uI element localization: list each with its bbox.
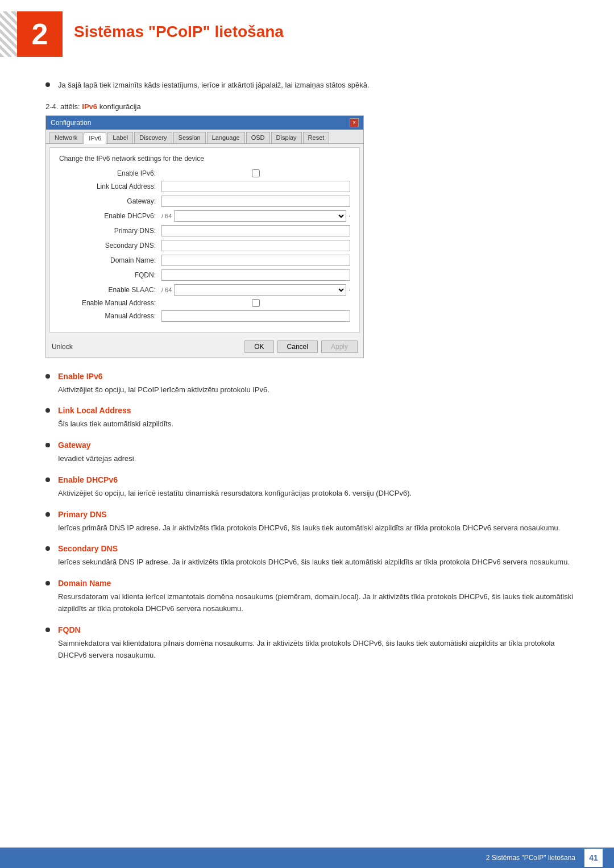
label-manual-address: Manual Address: (59, 312, 161, 320)
label-dhcpv6: Enable DHCPv6: (59, 212, 161, 220)
desc-dhcpv6: Aktivizējiet šo opciju, lai ierīcē iesta… (58, 488, 412, 500)
section-bullet (45, 374, 50, 379)
form-row-gateway: Gateway: (59, 196, 350, 207)
heading-gateway: Gateway (58, 441, 136, 450)
unlock-button[interactable]: Unlock (52, 343, 73, 351)
desc-gateway: Ievadiet vārtejas adresi. (58, 453, 136, 465)
figure-caption-bold: IPv6 (82, 102, 97, 111)
form-row-domain-name: Domain Name: (59, 255, 350, 266)
section-secondary-dns: Secondary DNS Ierīces sekundārā DNS IP a… (45, 544, 580, 568)
form-row-secondary-dns: Secondary DNS: (59, 240, 350, 251)
figure-caption: 2-4. attēls: IPv6 konfigurācija (45, 102, 580, 111)
section-gateway: Gateway Ievadiet vārtejas adresi. (45, 441, 580, 465)
tab-discovery[interactable]: Discovery (134, 132, 172, 143)
input-link-local[interactable] (161, 181, 350, 192)
form-row-primary-dns: Primary DNS: (59, 225, 350, 236)
section-bullet (45, 581, 50, 585)
desc-primary-dns: Ierīces primārā DNS IP adrese. Ja ir akt… (58, 522, 560, 534)
section-domain-name: Domain Name Resursdatoram vai klienta ie… (45, 579, 580, 615)
heading-dhcpv6: Enable DHCPv6 (58, 475, 412, 484)
input-primary-dns[interactable] (161, 225, 350, 236)
label-manual-address-enable: Enable Manual Address: (59, 299, 161, 307)
label-domain-name: Domain Name: (59, 256, 161, 264)
form-row-manual-address: Manual Address: (59, 310, 350, 322)
input-gateway[interactable] (161, 196, 350, 207)
section-primary-dns: Primary DNS Ierīces primārā DNS IP adres… (45, 510, 580, 534)
input-manual-address[interactable] (161, 310, 350, 322)
input-secondary-dns[interactable] (161, 240, 350, 251)
form-row-fqdn: FQDN: (59, 269, 350, 281)
dialog-tabs: Network IPv6 Label Discovery Session Lan… (46, 130, 363, 144)
dialog-body: Change the IPv6 network settings for the… (49, 147, 360, 333)
intro-bullet-dot (45, 82, 50, 87)
dhcpv6-suffix: · (349, 213, 350, 219)
input-domain-name[interactable] (161, 255, 350, 266)
footer-buttons: OK Cancel Apply (244, 340, 358, 353)
heading-fqdn: FQDN (58, 625, 580, 634)
desc-enable-ipv6: Aktivizējiet šo opciju, lai PCoIP ierīcē… (58, 384, 269, 396)
heading-secondary-dns: Secondary DNS (58, 544, 570, 553)
dialog-subtitle: Change the IPv6 network settings for the… (59, 155, 350, 163)
page-number: 41 (584, 849, 603, 867)
figure-caption-rest: konfigurācija (97, 102, 141, 111)
apply-button[interactable]: Apply (321, 340, 358, 353)
section-bullet (45, 628, 50, 632)
section-enable-ipv6: Enable IPv6 Aktivizējiet šo opciju, lai … (45, 372, 580, 396)
dialog-close-button[interactable]: × (350, 118, 359, 127)
tab-reset[interactable]: Reset (303, 132, 330, 143)
section-bullet (45, 546, 50, 551)
section-list: Enable IPv6 Aktivizējiet šo opciju, lai … (45, 372, 580, 662)
form-row-dhcpv6: Enable DHCPv6: / 64 · (59, 210, 350, 222)
tab-label[interactable]: Label (107, 132, 133, 143)
label-primary-dns: Primary DNS: (59, 227, 161, 235)
input-enable-manual[interactable] (161, 299, 350, 307)
slaac-prefix: / 64 (161, 286, 172, 293)
form-row-slaac: Enable SLAAC: / 64 · (59, 284, 350, 296)
tab-language[interactable]: Language (207, 132, 245, 143)
section-bullet (45, 408, 50, 413)
cancel-button[interactable]: Cancel (277, 340, 318, 353)
select-slaac[interactable] (174, 284, 346, 296)
tab-osd[interactable]: OSD (246, 132, 270, 143)
select-dhcpv6[interactable] (174, 210, 346, 222)
label-enable-ipv6: Enable IPv6: (59, 169, 161, 177)
tab-session[interactable]: Session (173, 132, 206, 143)
section-dhcpv6: Enable DHCPv6 Aktivizējiet šo opciju, la… (45, 475, 580, 500)
chapter-title: Sistēmas "PCoIP" lietošana (74, 11, 284, 41)
main-content: Ja šajā lapā tiek izmainīts kāds iestatī… (0, 63, 614, 705)
label-fqdn: FQDN: (59, 271, 161, 279)
input-fqdn[interactable] (161, 269, 350, 281)
tab-ipv6[interactable]: IPv6 (84, 132, 106, 144)
desc-fqdn: Saimniekdatora vai klientdatora pilnais … (58, 638, 580, 662)
section-bullet (45, 512, 50, 517)
desc-link-local: Šis lauks tiek automātiski aizpildīts. (58, 418, 173, 430)
dhcpv6-prefix: / 64 (161, 213, 172, 219)
page-header: 2 Sistēmas "PCoIP" lietošana (0, 0, 614, 63)
intro-bullet: Ja šajā lapā tiek izmainīts kāds iestatī… (45, 80, 580, 91)
figure-caption-text: 2-4. attēls: (45, 102, 82, 111)
input-enable-ipv6[interactable] (161, 169, 350, 177)
label-link-local: Link Local Address: (59, 182, 161, 190)
slaac-suffix: · (349, 286, 350, 293)
heading-primary-dns: Primary DNS (58, 510, 560, 519)
heading-enable-ipv6: Enable IPv6 (58, 372, 269, 381)
form-row-link-local: Link Local Address: (59, 181, 350, 192)
heading-link-local: Link Local Address (58, 406, 173, 415)
section-bullet (45, 477, 50, 482)
intro-text: Ja šajā lapā tiek izmainīts kāds iestatī… (58, 80, 370, 91)
footer-text: 2 Sistēmas "PCoIP" lietošana (486, 854, 575, 862)
heading-domain-name: Domain Name (58, 579, 580, 588)
tab-network[interactable]: Network (49, 132, 82, 143)
ok-button[interactable]: OK (244, 340, 273, 353)
dialog-titlebar: Configuration × (46, 116, 363, 130)
dialog-title: Configuration (51, 119, 91, 127)
label-gateway: Gateway: (59, 197, 161, 205)
chapter-number-box: 2 (17, 11, 63, 57)
form-row-manual-address-enable: Enable Manual Address: (59, 299, 350, 307)
tab-display[interactable]: Display (271, 132, 302, 143)
section-bullet (45, 443, 50, 447)
configuration-dialog: Configuration × Network IPv6 Label Disco… (45, 115, 364, 358)
section-fqdn: FQDN Saimniekdatora vai klientdatora pil… (45, 625, 580, 662)
desc-secondary-dns: Ierīces sekundārā DNS IP adrese. Ja ir a… (58, 556, 570, 568)
label-secondary-dns: Secondary DNS: (59, 242, 161, 250)
